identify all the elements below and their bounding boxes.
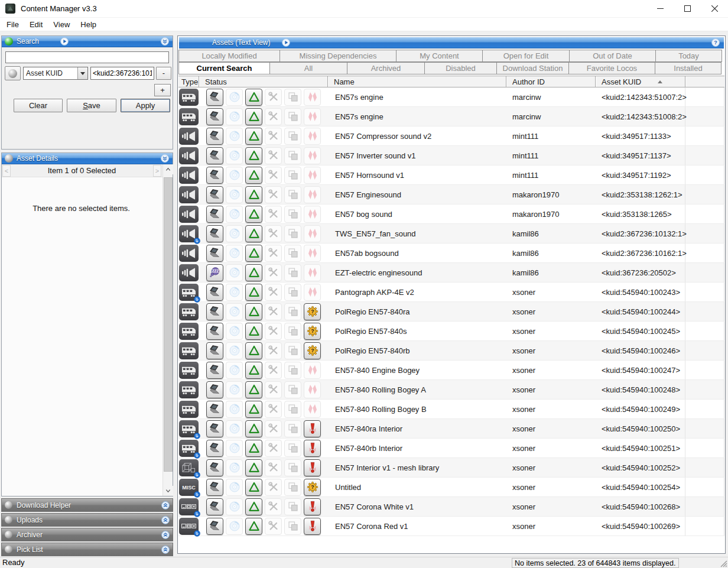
laptop-icon[interactable]	[206, 303, 223, 320]
triangle-icon[interactable]	[245, 518, 262, 535]
tools-icon[interactable]	[265, 342, 282, 359]
copy-icon[interactable]	[284, 459, 301, 476]
disc-icon[interactable]	[226, 440, 243, 457]
laptop-icon[interactable]	[206, 440, 223, 457]
help-icon[interactable]: ?	[711, 38, 720, 47]
copy-icon[interactable]	[284, 167, 301, 184]
archiver-bar[interactable]: Archiver	[1, 528, 173, 541]
asset-details-header[interactable]: Asset Details	[2, 153, 173, 164]
tab-open-for-edit[interactable]: Open for Edit	[482, 50, 570, 62]
scroll-up-icon[interactable]	[163, 164, 173, 174]
tab-all[interactable]: All	[269, 62, 347, 74]
triangle-icon[interactable]	[245, 401, 262, 418]
triangle-icon[interactable]	[245, 459, 262, 476]
copy-icon[interactable]	[284, 186, 301, 203]
disc-icon[interactable]	[226, 518, 243, 535]
collapse-chevron-icon[interactable]	[161, 37, 169, 46]
download-helper-bar[interactable]: Download Helper	[1, 498, 173, 512]
search-input[interactable]	[5, 51, 169, 63]
copy-icon[interactable]	[284, 518, 301, 535]
laptop-icon[interactable]	[206, 518, 223, 535]
copy-icon[interactable]	[284, 323, 301, 340]
copy-icon[interactable]	[284, 498, 301, 515]
laptop-icon[interactable]	[206, 147, 223, 164]
laptop-icon[interactable]	[206, 167, 223, 184]
uploads-bar[interactable]: Uploads	[1, 513, 173, 527]
laptop-icon[interactable]	[206, 479, 223, 496]
triangle-icon[interactable]	[245, 381, 262, 398]
table-row[interactable]: EN57 Enginesound makaron1970 <kuid2:3531…	[178, 185, 724, 205]
copy-icon[interactable]	[284, 225, 301, 242]
tools-icon[interactable]	[265, 89, 282, 106]
disc-icon[interactable]	[226, 498, 243, 515]
column-header-name[interactable]: Name	[328, 76, 506, 87]
table-row[interactable]: ? PolRegio EN57-840s xsoner <kuid:545940…	[178, 322, 724, 341]
disc-icon[interactable]	[226, 284, 243, 301]
disc-icon[interactable]	[226, 401, 243, 418]
triangle-icon[interactable]	[245, 206, 262, 223]
ribbon-icon[interactable]	[304, 108, 321, 125]
menu-edit[interactable]: Edit	[24, 19, 48, 30]
save-button[interactable]: Save	[67, 99, 116, 112]
disc-icon[interactable]	[226, 459, 243, 476]
copy-icon[interactable]	[284, 362, 301, 379]
filter-field-select[interactable]: Asset KUID	[23, 67, 88, 80]
triangle-icon[interactable]	[245, 342, 262, 359]
scroll-down-icon[interactable]	[163, 486, 173, 496]
tab-my-content[interactable]: My Content	[396, 50, 483, 62]
copy-icon[interactable]	[284, 381, 301, 398]
table-row[interactable]: ZZZ EZT-electric enginesound kamil86 <ku…	[178, 263, 724, 283]
tools-icon[interactable]	[265, 128, 282, 145]
gear-question-icon[interactable]: ?	[304, 479, 321, 496]
laptop-icon[interactable]	[206, 206, 223, 223]
tools-icon[interactable]	[265, 303, 282, 320]
copy-icon[interactable]	[284, 147, 301, 164]
table-row[interactable]: EN57 Inverter sound v1 mint111 <kuid:349…	[178, 146, 724, 165]
tools-icon[interactable]	[265, 323, 282, 340]
disc-icon[interactable]	[226, 225, 243, 242]
table-row[interactable]: EN57-840 Rolling Bogey B xsoner <kuid:54…	[178, 400, 724, 419]
laptop-icon[interactable]	[206, 498, 223, 515]
gear-question-icon[interactable]: ?	[304, 303, 321, 320]
disc-icon[interactable]	[226, 147, 243, 164]
tools-icon[interactable]	[265, 284, 282, 301]
table-row[interactable]: ? PolRegio EN57-840ra xsoner <kuid:54594…	[178, 302, 724, 322]
tools-icon[interactable]	[265, 245, 282, 262]
collapse-chevron-icon[interactable]	[161, 154, 169, 163]
ribbon-icon[interactable]	[304, 284, 321, 301]
ribbon-icon[interactable]	[304, 245, 321, 262]
copy-icon[interactable]	[284, 245, 301, 262]
copy-icon[interactable]	[284, 303, 301, 320]
apply-button[interactable]: Apply	[121, 99, 170, 112]
assets-panel-header[interactable]: Assets (Text View) ?	[179, 37, 724, 48]
laptop-icon[interactable]	[206, 225, 223, 242]
triangle-icon[interactable]	[245, 245, 262, 262]
table-row[interactable]: ? PolRegio EN57-840rb xsoner <kuid:54594…	[178, 341, 724, 361]
ribbon-icon[interactable]	[304, 362, 321, 379]
disc-icon[interactable]	[226, 89, 243, 106]
tools-icon[interactable]	[265, 362, 282, 379]
table-row[interactable]: EN57-840ra Interior xsoner <kuid:545940:…	[178, 419, 724, 439]
exclamation-icon[interactable]	[304, 440, 321, 457]
table-row[interactable]: EN57ab bogsound kamil86 <kuid2:367236:10…	[178, 244, 724, 263]
tools-icon[interactable]	[265, 401, 282, 418]
close-button[interactable]	[701, 0, 728, 18]
disc-icon[interactable]	[226, 362, 243, 379]
triangle-icon[interactable]	[245, 128, 262, 145]
expand-chevron-icon[interactable]	[161, 501, 170, 509]
column-header-asset-kuid[interactable]: Asset KUID	[596, 76, 685, 87]
laptop-icon[interactable]	[206, 401, 223, 418]
exclamation-icon[interactable]	[304, 420, 321, 437]
tab-today[interactable]: Today	[655, 50, 722, 62]
search-panel-header[interactable]: Search	[2, 36, 173, 47]
copy-icon[interactable]	[284, 401, 301, 418]
resize-grip[interactable]	[720, 560, 727, 567]
laptop-icon[interactable]	[206, 186, 223, 203]
table-row[interactable]: EN57-840rb Interior xsoner <kuid:545940:…	[178, 439, 724, 458]
table-row[interactable]: EN57s engine marcinw <kuid2:142343:51008…	[178, 107, 724, 126]
copy-icon[interactable]	[284, 206, 301, 223]
triangle-icon[interactable]	[245, 284, 262, 301]
table-row[interactable]: EN57 Hornsound v1 mint111 <kuid:349517:1…	[178, 165, 724, 185]
triangle-icon[interactable]	[245, 479, 262, 496]
triangle-icon[interactable]	[245, 147, 262, 164]
